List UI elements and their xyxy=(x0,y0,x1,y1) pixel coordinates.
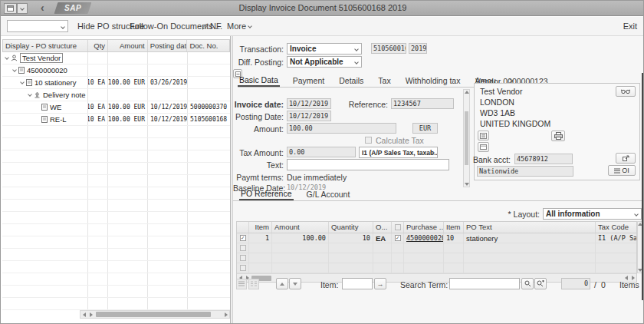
tree-row-delivery-note[interactable]: Delivery note xyxy=(2,89,230,101)
tree-horizontal-scrollbar[interactable] xyxy=(80,310,230,319)
tree-row-item[interactable]: 10 stationery 10 EA 100.00 EUR 03/26/201… xyxy=(2,77,230,89)
layout-select[interactable]: All information xyxy=(543,208,642,220)
tree-node-label[interactable]: Test Vendor xyxy=(20,53,63,63)
collapse-chevron-icon[interactable] xyxy=(5,55,9,60)
col-quantity[interactable]: Quantity xyxy=(329,222,373,233)
scroll-left-icon[interactable] xyxy=(80,311,87,318)
diff-posting-select[interactable]: Not Applicable xyxy=(287,56,362,68)
item-row-1[interactable]: ✓ 1 100.00 10 EA ✓ 4500000020 10 station… xyxy=(237,233,636,243)
cell-quantity[interactable]: 10 xyxy=(329,233,373,243)
collapse-chevron-icon[interactable] xyxy=(12,68,17,72)
position-field[interactable]: 0 xyxy=(561,278,590,289)
tree-row-re-l[interactable]: RE-L 10 EA 100.00 EUR 10/12/2019 5105600… xyxy=(2,114,230,126)
select-all-button[interactable] xyxy=(236,279,247,289)
invoice-date-field[interactable]: 10/12/2019 xyxy=(287,98,331,109)
transaction-select[interactable]: Invoice xyxy=(287,43,362,55)
scroll-down-icon[interactable] xyxy=(465,183,469,186)
tree-row-we[interactable]: WE 10 EA 100.00 EUR 10/12/2019 500000037… xyxy=(2,101,230,114)
nf-button[interactable]: NF xyxy=(202,21,222,31)
tree-empty-row xyxy=(2,126,230,138)
purchase-order-link[interactable]: 4500000020 xyxy=(406,234,444,242)
basic-data-scrollbar[interactable] xyxy=(463,89,470,187)
tree-node-label[interactable]: 4500000020 xyxy=(27,66,67,74)
amount-field[interactable]: 100.00 xyxy=(287,123,396,134)
collapse-chevron-icon[interactable] xyxy=(20,80,25,84)
tab-payment[interactable]: Payment xyxy=(291,74,326,87)
tree-col-amount[interactable]: Amount xyxy=(108,40,148,51)
tree-col-structure[interactable]: Display - PO structure xyxy=(3,40,88,51)
tree-node-label[interactable]: WE xyxy=(50,103,61,111)
tab-details[interactable]: Details xyxy=(337,74,365,87)
col-po-item[interactable]: Item xyxy=(444,222,464,233)
col-select[interactable] xyxy=(237,222,249,233)
tree-col-posting-date[interactable]: Posting date xyxy=(148,40,188,51)
col-item[interactable]: Item xyxy=(249,222,272,233)
currency-field[interactable]: EUR xyxy=(412,123,438,134)
sort-descending-button[interactable] xyxy=(289,278,301,289)
col-final-invoice[interactable] xyxy=(392,222,404,233)
cell-po-text[interactable]: stationery xyxy=(464,233,596,243)
command-field[interactable] xyxy=(7,20,68,32)
bank-card-button[interactable] xyxy=(478,142,489,152)
bank-details-button[interactable] xyxy=(616,153,636,164)
exit-button[interactable]: Exit xyxy=(623,21,637,31)
back-button[interactable]: ‹ xyxy=(41,2,44,14)
item-number-input[interactable] xyxy=(342,278,373,289)
tree-node-label[interactable]: 10 stationery xyxy=(34,78,76,87)
more-menu-button[interactable]: More xyxy=(227,21,251,31)
col-order-unit[interactable]: O... xyxy=(373,222,392,233)
goto-item-button[interactable]: → xyxy=(374,278,386,289)
collapse-chevron-icon[interactable] xyxy=(28,92,32,97)
sort-ascending-button[interactable] xyxy=(276,278,288,289)
col-tax-code[interactable]: Tax Code xyxy=(596,222,636,233)
final-invoice-checkbox[interactable]: ✓ xyxy=(395,235,401,241)
document-number-field[interactable]: 5105600168 xyxy=(371,43,406,54)
tab-tax[interactable]: Tax xyxy=(376,74,392,87)
application-toolbar: Hide PO structure Follow-On Documents ..… xyxy=(1,17,644,36)
bank-acct-field[interactable]: 45678912 xyxy=(514,154,573,164)
search-next-icon xyxy=(537,280,544,287)
scroll-up-icon[interactable] xyxy=(465,91,469,94)
deselect-all-button[interactable] xyxy=(248,279,259,289)
row-select-checkbox[interactable]: ✓ xyxy=(240,235,246,241)
cell-tax-code[interactable]: I1 (A/P Sa xyxy=(596,233,636,243)
scroll-right-icon[interactable] xyxy=(87,311,94,318)
tree-col-qty[interactable]: Qty xyxy=(88,40,108,51)
tax-code-select[interactable]: I1 (A/P Sales Tax, taxab.. xyxy=(359,147,438,158)
open-items-button[interactable]: OI xyxy=(608,165,636,176)
fiscal-year-field[interactable]: 2019 xyxy=(409,43,427,54)
gui-options-dropdown[interactable] xyxy=(17,3,28,14)
tree-empty-row xyxy=(2,236,230,249)
tab-basic-data[interactable]: Basic Data xyxy=(238,74,280,87)
search-next-button[interactable] xyxy=(534,278,547,289)
tab-po-reference[interactable]: PO Reference xyxy=(239,187,294,200)
col-purchase-order[interactable]: Purchase ... xyxy=(404,222,444,233)
col-po-text[interactable]: PO Text xyxy=(464,222,596,233)
print-button[interactable] xyxy=(551,131,565,141)
posting-date-field[interactable]: 10/12/2019 xyxy=(287,111,331,121)
tree-row-po[interactable]: 4500000020 xyxy=(2,64,230,77)
gui-options-button[interactable] xyxy=(4,3,17,14)
bank-name-field[interactable]: Nationwide xyxy=(477,166,573,177)
col-amount[interactable]: Amount xyxy=(272,222,329,233)
display-vendor-button[interactable] xyxy=(616,86,636,97)
tax-amount-field[interactable]: 0.00 xyxy=(287,147,356,157)
text-input[interactable] xyxy=(287,159,449,170)
paymt-terms-label: Paymt terms: xyxy=(233,173,284,182)
address-list-button[interactable] xyxy=(478,131,489,141)
tree-col-doc-no[interactable]: Doc. No. xyxy=(187,40,229,51)
search-term-input[interactable] xyxy=(449,278,520,289)
scrollbar-thumb[interactable] xyxy=(96,312,211,317)
tree-cell-date: 10/12/2019 xyxy=(148,101,188,113)
scrollbar-thumb[interactable] xyxy=(465,111,468,165)
tree-node-label[interactable]: Delivery note xyxy=(43,91,85,99)
calculate-tax-checkbox[interactable] xyxy=(365,137,372,144)
scroll-right-icon[interactable] xyxy=(222,311,229,318)
reference-field[interactable]: 1234567 xyxy=(391,98,454,109)
tab-withholding-tax[interactable]: Withholding tax xyxy=(404,74,462,87)
tab-gl-account[interactable]: G/L Account xyxy=(305,188,352,200)
tree-node-label[interactable]: RE-L xyxy=(50,115,67,124)
search-button[interactable] xyxy=(521,278,534,289)
cell-amount[interactable]: 100.00 xyxy=(272,233,329,243)
tree-row-vendor[interactable]: Test Vendor xyxy=(2,52,230,64)
